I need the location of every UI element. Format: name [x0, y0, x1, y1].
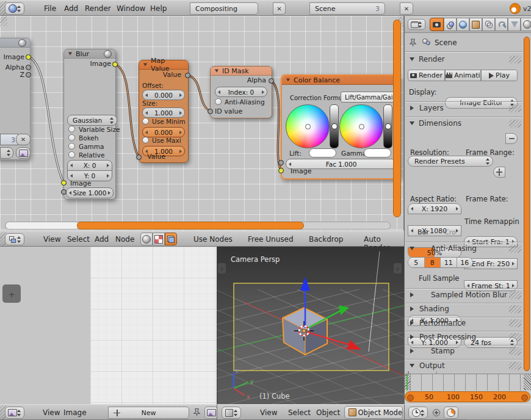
tab-world[interactable]: [457, 18, 469, 31]
tab-material[interactable]: [521, 18, 531, 31]
material-preview-icon[interactable]: [104, 50, 112, 58]
panel-drag-grip[interactable]: [509, 120, 521, 128]
editor-type-button-info[interactable]: [5, 2, 24, 15]
index-stepper[interactable]: Index: 0: [215, 87, 267, 97]
lift-value-slider[interactable]: [330, 104, 339, 148]
input-socket-image[interactable]: [278, 168, 284, 173]
min-stepper[interactable]: 0.000: [142, 127, 185, 137]
pin-icon[interactable]: [193, 408, 201, 417]
node-editor-hscrollbar-thumb[interactable]: [77, 222, 304, 230]
frame-step-stepper[interactable]: Frame St: 1: [464, 280, 518, 291]
panel-drag-grip[interactable]: [509, 347, 521, 355]
delete-screen-layout-button[interactable]: [273, 2, 286, 15]
gamma-color-wheel[interactable]: [339, 104, 383, 148]
properties-scrollbar[interactable]: [524, 37, 530, 371]
use-maximum-checkbox[interactable]: [142, 137, 149, 143]
resolution-x-stepper[interactable]: X: 1920: [408, 203, 461, 214]
menu-add[interactable]: Add: [95, 235, 109, 244]
blur-size-stepper[interactable]: Size 1.000: [66, 187, 114, 198]
input-socket-id-value[interactable]: [208, 109, 213, 114]
disclosure-triangle[interactable]: [410, 335, 414, 339]
tab-object[interactable]: [469, 18, 482, 31]
menu-file[interactable]: File: [44, 4, 56, 13]
section-anti-aliasing[interactable]: Anti-Aliasing: [431, 244, 477, 253]
unlink-button[interactable]: [16, 134, 31, 145]
editor-type-button-node[interactable]: [5, 233, 24, 245]
disclosure-triangle[interactable]: [410, 121, 414, 125]
collapse-triangle[interactable]: [68, 52, 72, 56]
menu-window[interactable]: Window: [117, 4, 145, 13]
viewport-3d[interactable]: [217, 247, 404, 404]
tab-scene[interactable]: [444, 18, 457, 31]
node-editor-hscrollbar-left[interactable]: [6, 222, 78, 229]
menu-view[interactable]: View: [260, 408, 277, 417]
panel-drag-grip[interactable]: [509, 333, 521, 341]
panel-drag-grip[interactable]: [509, 56, 521, 63]
disclosure-triangle[interactable]: [410, 292, 414, 297]
menu-help[interactable]: Help: [150, 4, 167, 13]
tab-particles[interactable]: [508, 18, 521, 31]
render-animation-button[interactable]: Animati: [445, 70, 481, 81]
render-button[interactable]: Render: [408, 70, 445, 81]
lift-color-wheel[interactable]: [286, 104, 330, 148]
scrollbar-end-dot[interactable]: [521, 394, 528, 401]
timeline-ruler[interactable]: [404, 374, 531, 391]
output-socket-alpha[interactable]: [26, 65, 31, 70]
input-socket-image[interactable]: [61, 180, 67, 186]
play-rendered-button[interactable]: Play: [481, 70, 518, 81]
disclosure-triangle[interactable]: [410, 57, 414, 61]
output-socket-z[interactable]: [26, 72, 31, 78]
lift-color-swatch[interactable]: [309, 148, 336, 158]
use-minimum-checkbox[interactable]: [142, 118, 149, 125]
size-stepper[interactable]: 1.000: [142, 107, 185, 118]
output-socket-alpha[interactable]: [269, 78, 274, 84]
panel-drag-grip[interactable]: [509, 104, 521, 112]
menu-render[interactable]: Render: [85, 4, 111, 13]
section-sampled-motion-blur[interactable]: Sampled Motion Blur: [431, 291, 507, 299]
aa-samples-11[interactable]: 11: [441, 258, 457, 267]
menu-image[interactable]: Image: [63, 408, 87, 417]
tab-constraints[interactable]: [482, 18, 495, 31]
tab-render[interactable]: [430, 18, 444, 31]
section-dimensions[interactable]: Dimensions: [419, 119, 461, 128]
compositing-nodes-toggle[interactable]: [165, 233, 177, 245]
editor-type-button-image[interactable]: [5, 407, 24, 419]
render-presets-dropdown[interactable]: Render Presets: [408, 156, 493, 167]
anti-aliasing-checkbox[interactable]: [215, 98, 222, 105]
image-pack-button[interactable]: [204, 407, 218, 419]
panel-drag-grip[interactable]: [509, 305, 521, 313]
menu-add[interactable]: Add: [64, 4, 78, 13]
aa-samples-16[interactable]: 16: [457, 258, 473, 267]
disclosure-triangle[interactable]: [410, 306, 414, 311]
panel-drag-grip[interactable]: [509, 245, 521, 253]
node-editor-vscrollbar[interactable]: [393, 20, 401, 217]
relative-checkbox[interactable]: [68, 151, 75, 158]
section-post-processing[interactable]: Post Processing: [419, 333, 476, 341]
editor-type-button-3dview[interactable]: [222, 407, 241, 419]
output-socket-image[interactable]: [112, 62, 118, 67]
texture-nodes-toggle[interactable]: [153, 233, 165, 245]
add-preset-button[interactable]: [493, 167, 505, 178]
delete-scene-button[interactable]: [400, 2, 413, 15]
menu-view[interactable]: View: [43, 235, 60, 244]
mode-dropdown[interactable]: Object Mode: [344, 406, 403, 419]
image-editor-grid[interactable]: [90, 247, 217, 404]
section-stamp[interactable]: Stamp: [431, 347, 455, 355]
display-dropdown[interactable]: Image Editor: [445, 97, 518, 109]
remove-preset-button[interactable]: [505, 133, 518, 144]
aa-samples-8[interactable]: 8: [425, 258, 441, 267]
blur-filter-dropdown[interactable]: Gaussian: [67, 115, 117, 126]
editor-type-button-properties[interactable]: [408, 19, 425, 30]
bokeh-checkbox[interactable]: [68, 134, 75, 141]
render-button-small[interactable]: [16, 147, 31, 159]
panel-drag-grip[interactable]: [509, 362, 521, 370]
offset-stepper[interactable]: 0.000: [142, 90, 185, 100]
scrollbar-end-dot[interactable]: [407, 394, 414, 401]
collapse-triangle[interactable]: [143, 63, 147, 67]
disclosure-triangle[interactable]: [410, 349, 414, 353]
editor-type-button-timeline[interactable]: [408, 407, 428, 419]
properties-expand-tab[interactable]: [394, 263, 402, 273]
section-layers[interactable]: Layers: [419, 104, 444, 112]
menu-select[interactable]: Select: [67, 235, 90, 244]
input-socket-fac[interactable]: [278, 160, 284, 165]
